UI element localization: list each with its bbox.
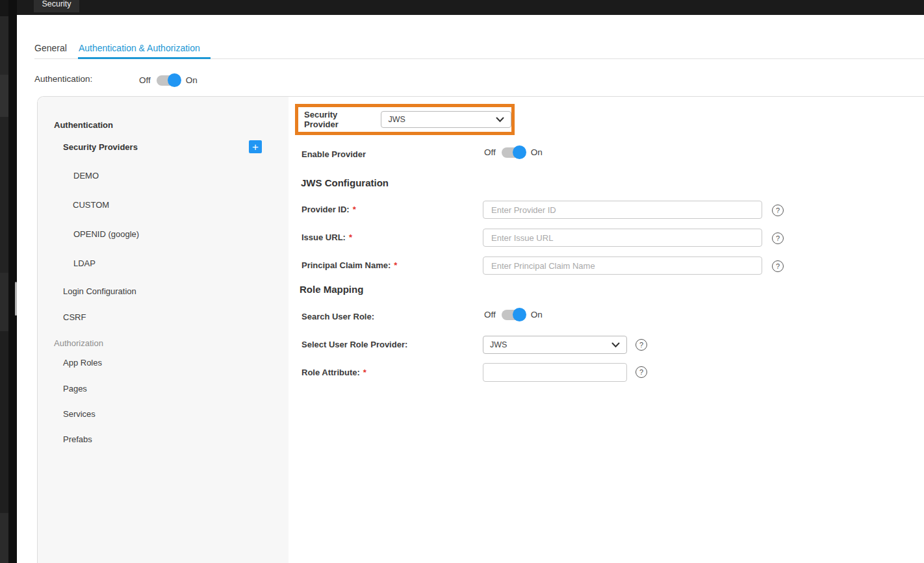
search-user-role-toggle[interactable] (502, 310, 525, 320)
sidebar-item-csrf[interactable]: CSRF (63, 312, 86, 322)
dock-segment (0, 75, 8, 117)
sidebar-item-services[interactable]: Services (63, 409, 96, 419)
question-mark-icon: ? (776, 207, 780, 214)
security-nav-sidebar (38, 97, 289, 563)
role-attribute-help-button[interactable]: ? (635, 366, 647, 378)
tab-authentication-authorization[interactable]: Authentication & Authorization (79, 43, 200, 53)
authentication-toggle[interactable] (157, 75, 180, 86)
provider-id-label-text: Provider ID: (302, 205, 350, 214)
security-settings-page: Security General Authentication & Author… (0, 0, 924, 563)
principal-claim-name-label-text: Principal Claim Name: (302, 260, 391, 270)
dock-segment (0, 513, 8, 563)
issue-url-help-button[interactable]: ? (772, 232, 784, 244)
add-security-provider-button[interactable]: + (249, 140, 262, 153)
security-provider-highlight: Security Provider JWS (295, 104, 515, 135)
tab-security[interactable]: Security (34, 0, 79, 12)
chevron-down-icon (496, 117, 504, 123)
enable-provider-label: Enable Provider (302, 149, 366, 159)
settings-panel (37, 96, 924, 563)
authentication-on-label: On (186, 75, 198, 85)
principal-claim-name-help-button[interactable]: ? (772, 260, 784, 272)
role-attribute-label-text: Role Attribute: (302, 368, 360, 377)
issue-url-input[interactable] (483, 229, 762, 247)
user-role-provider-select[interactable]: JWS (483, 336, 627, 354)
active-tab-underline (78, 57, 211, 59)
authentication-off-label: Off (139, 75, 151, 85)
sidebar-section-authorization: Authorization (54, 338, 103, 348)
tab-general[interactable]: General (34, 43, 67, 53)
question-mark-icon: ? (776, 235, 780, 242)
sidebar-item-ldap[interactable]: LDAP (73, 258, 96, 268)
dock-segment (0, 117, 8, 273)
tab-security-label: Security (42, 0, 71, 8)
chevron-down-icon (611, 342, 620, 348)
toggle-knob (513, 145, 526, 159)
search-user-role-on-label: On (531, 310, 543, 319)
select-user-role-provider-label: Select User Role Provider: (302, 340, 407, 349)
enable-provider-on-label: On (531, 147, 543, 157)
provider-id-label: Provider ID:* (302, 205, 356, 214)
sidebar-item-app-roles[interactable]: App Roles (63, 358, 102, 368)
question-mark-icon: ? (776, 263, 780, 270)
security-provider-select[interactable]: JWS (381, 111, 511, 128)
required-asterisk: * (363, 368, 366, 377)
required-asterisk: * (353, 205, 356, 214)
window-tab-bar: Security (17, 0, 924, 15)
search-user-role-label: Search User Role: (302, 312, 374, 321)
authentication-label: Authentication: (34, 74, 92, 84)
issue-url-label: Issue URL:* (302, 232, 352, 242)
search-user-role-toggle-group: Off On (484, 308, 543, 321)
role-attribute-input[interactable] (483, 363, 627, 382)
search-user-role-off-label: Off (484, 310, 496, 319)
required-asterisk: * (349, 232, 352, 242)
sidebar-item-demo[interactable]: DEMO (73, 171, 99, 181)
jws-configuration-title: JWS Configuration (301, 177, 389, 188)
principal-claim-name-input[interactable] (483, 256, 762, 275)
enable-provider-off-label: Off (484, 147, 496, 157)
sidebar-item-custom[interactable]: CUSTOM (73, 200, 109, 210)
dock-segment (0, 331, 8, 513)
user-role-provider-help-button[interactable]: ? (635, 339, 647, 351)
sidebar-item-pages[interactable]: Pages (63, 384, 87, 394)
dock-segment (0, 273, 8, 331)
user-role-provider-value: JWS (490, 340, 507, 349)
sidebar-item-security-providers[interactable]: Security Providers (63, 142, 138, 152)
provider-id-help-button[interactable]: ? (772, 205, 784, 216)
toggle-knob (168, 73, 181, 87)
question-mark-icon: ? (639, 342, 643, 349)
sidebar-item-openid-google[interactable]: OPENID (google) (73, 229, 139, 239)
question-mark-icon: ? (639, 369, 643, 376)
issue-url-label-text: Issue URL: (302, 232, 346, 242)
left-dock-rail (0, 0, 8, 563)
plus-icon: + (252, 142, 259, 153)
provider-id-input[interactable] (483, 201, 762, 219)
authentication-toggle-group: Off On (139, 73, 198, 87)
enable-provider-toggle[interactable] (502, 147, 525, 158)
security-provider-label: Security Provider (304, 110, 372, 129)
sidebar-item-authentication[interactable]: Authentication (54, 120, 113, 130)
principal-claim-name-label: Principal Claim Name:* (302, 260, 397, 270)
role-mapping-title: Role Mapping (300, 284, 363, 295)
sidebar-item-login-configuration[interactable]: Login Configuration (63, 286, 136, 296)
security-provider-value: JWS (388, 115, 405, 124)
required-asterisk: * (394, 260, 397, 270)
sidebar-item-prefabs[interactable]: Prefabs (63, 434, 92, 444)
role-attribute-label: Role Attribute:* (302, 368, 366, 377)
toggle-knob (513, 308, 526, 321)
dock-segment (0, 16, 8, 75)
enable-provider-toggle-group: Off On (484, 145, 543, 159)
dock-segment (0, 0, 8, 16)
